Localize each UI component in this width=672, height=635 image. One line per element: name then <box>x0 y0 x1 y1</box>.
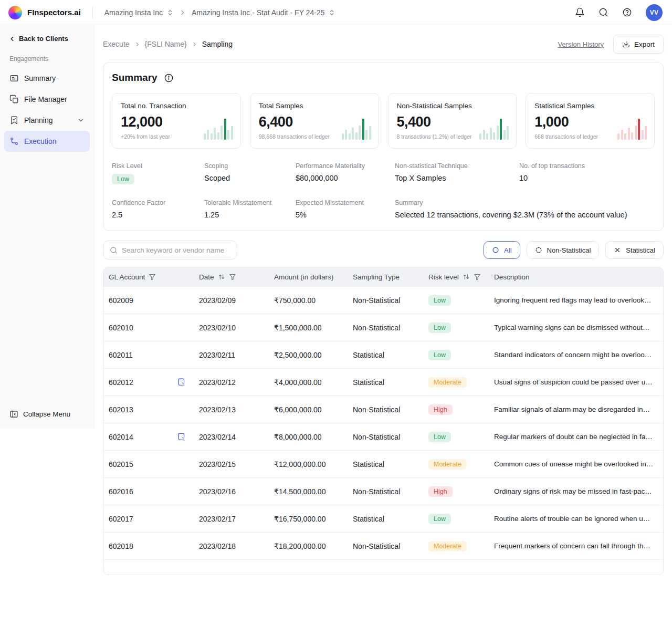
mini-chart-bar <box>369 126 371 140</box>
sidebar-item-label: Planning <box>24 116 53 124</box>
mini-chart-bar <box>645 126 647 140</box>
info-icon[interactable] <box>164 73 174 83</box>
mini-chart-bar <box>217 132 219 140</box>
table-column-header[interactable]: GL Account <box>103 273 194 281</box>
meta-field-label: Non-statistical Technique <box>395 162 519 170</box>
table-column-header[interactable]: Risk level <box>423 273 489 281</box>
risk-level-badge: Moderate <box>428 459 467 470</box>
collapse-menu-button[interactable]: Collapse Menu <box>4 407 90 422</box>
filter-pill-label: Non-Statistical <box>547 246 591 254</box>
sampling-type-value: Non-Statistical <box>348 542 423 550</box>
back-to-clients-button[interactable]: Back to Clients <box>4 33 90 45</box>
meta-field: Scoping Scoped <box>204 162 296 184</box>
sidebar-item-planning[interactable]: Planning <box>4 110 90 131</box>
mini-chart-bar <box>231 126 233 140</box>
sampling-type-value: Statistical <box>348 378 423 387</box>
table-empty-row <box>103 559 663 575</box>
mini-chart-bar <box>207 130 209 140</box>
meta-field-value: Scoped <box>204 174 296 182</box>
stat-card-label: Total no. Transaction <box>121 102 232 110</box>
mini-chart-bar <box>483 130 485 140</box>
sort-icon[interactable] <box>218 273 225 280</box>
breadcrumb-execute[interactable]: Execute <box>103 40 130 48</box>
table-row[interactable]: 602010 2023/02/10 ₹1,500,000.00 Non-Stat… <box>103 314 663 341</box>
gl-account-value: 602018 <box>109 542 133 550</box>
mini-chart-bar <box>617 133 620 140</box>
table-row[interactable]: 602009 2023/02/09 ₹750,000.00 Non-Statis… <box>103 286 663 314</box>
table-row[interactable]: 602012 2023/02/12 ₹4,000,000.00 Statisti… <box>103 368 663 395</box>
filter-funnel-icon[interactable] <box>149 273 156 280</box>
mini-chart-bar <box>493 132 495 140</box>
sampling-type-value: Non-Statistical <box>348 487 423 496</box>
filter-pill-label: Statistical <box>626 246 655 254</box>
note-cursor-icon[interactable] <box>177 378 186 387</box>
meta-field: Expected Misstatement 5% <box>296 199 395 219</box>
meta-field: Tolerable Misstatement 1.25 <box>204 199 296 219</box>
risk-level-badge: Low <box>428 295 451 306</box>
engagement-selector[interactable]: Amazing Insta Inc - Stat Audit - FY 24-2… <box>192 8 335 17</box>
table-row[interactable]: 602011 2023/02/11 ₹2,500,000.00 Statisti… <box>103 341 663 368</box>
sidebar-item-file-manager[interactable]: File Manager <box>4 89 90 110</box>
filter-pill-all[interactable]: All <box>484 241 520 259</box>
table-row[interactable]: 602013 2023/02/13 ₹6,000,000.00 Non-Stat… <box>103 395 663 423</box>
table-row[interactable]: 602016 2023/02/16 ₹14,500,000.00 Non-Sta… <box>103 477 663 505</box>
context-breadcrumb: Amazing Insta Inc Amazing Insta Inc - St… <box>104 8 336 17</box>
amount-value: ₹16,750,000.00 <box>269 515 348 523</box>
client-selector[interactable]: Amazing Insta Inc <box>104 8 174 17</box>
table-column-header[interactable]: Sampling Type <box>348 273 423 281</box>
user-avatar[interactable]: VV <box>646 4 663 21</box>
filter-pill-statistical[interactable]: Statistical <box>605 241 664 259</box>
gl-account-value: 602017 <box>109 515 133 523</box>
back-to-clients-label: Back to Clients <box>19 35 68 43</box>
sidebar-item-execution[interactable]: Execution <box>4 131 90 152</box>
help-icon[interactable] <box>622 7 632 17</box>
table-column-header[interactable]: Date <box>194 273 269 281</box>
mini-chart-bar <box>500 119 502 140</box>
note-cursor-icon[interactable] <box>177 432 186 442</box>
mini-chart-bar <box>628 128 630 140</box>
chevron-right-icon <box>179 9 186 16</box>
filter-funnel-icon[interactable] <box>229 273 236 280</box>
table-column-header[interactable]: Amount (in dollars) <box>269 273 348 281</box>
meta-field-label: Expected Misstatement <box>296 199 395 206</box>
brand-logo-icon <box>8 6 22 19</box>
version-history-link[interactable]: Version History <box>558 40 604 48</box>
meta-field-value: 5% <box>296 211 395 219</box>
meta-field: Summary Selected 12 transactions, coveri… <box>395 199 655 219</box>
stat-card: Statistical Samples 1,000 668 transactio… <box>526 93 655 149</box>
amount-value: ₹4,000,000.00 <box>269 378 348 387</box>
mini-chart-bar <box>224 119 226 140</box>
amount-value: ₹750,000.00 <box>269 296 348 305</box>
meta-field-label: Scoping <box>204 162 296 170</box>
table-row[interactable]: 602014 2023/02/14 ₹8,000,000.00 Non-Stat… <box>103 423 663 450</box>
meta-field-label: Risk Level <box>112 162 204 170</box>
amount-value: ₹2,500,000.00 <box>269 351 348 359</box>
sort-icon[interactable] <box>463 273 470 280</box>
search-icon[interactable] <box>598 7 608 17</box>
table-row[interactable]: 602018 2023/02/18 ₹18,200,000.00 Non-Sta… <box>103 532 663 559</box>
risk-level-badge: Moderate <box>428 541 467 551</box>
description-value: Frequent markers of concern can fall thr… <box>489 542 663 550</box>
sidebar-item-summary[interactable]: Summary <box>4 68 90 89</box>
table-column-header[interactable]: Description <box>489 273 663 281</box>
risk-level-badge: Moderate <box>428 377 467 388</box>
meta-field-label: Confidence Factor <box>112 199 204 206</box>
table-row[interactable]: 602015 2023/02/15 ₹12,000,000.00 Statist… <box>103 450 663 477</box>
mini-bar-chart <box>617 119 647 140</box>
meta-field-label: No. of top transactions <box>519 162 655 170</box>
meta-field-value: Low <box>112 174 204 184</box>
search-input[interactable] <box>122 246 230 254</box>
meta-field-label: Tolerable Misstatement <box>204 199 296 206</box>
gl-account-value: 602011 <box>109 351 133 359</box>
stat-card-label: Non-Statistical Samples <box>397 102 508 110</box>
description-value: Typical warning signs can be dismissed w… <box>489 324 663 331</box>
export-button[interactable]: Export <box>613 35 664 54</box>
brand-name: FInspectors.ai <box>27 8 81 17</box>
filter-pill-non-statistical[interactable]: Non-Statistical <box>527 241 600 259</box>
date-value: 2023/02/11 <box>194 351 269 359</box>
notifications-bell-icon[interactable] <box>575 7 585 17</box>
breadcrumb-fsli-name[interactable]: {FSLI Name} <box>145 40 187 48</box>
filter-funnel-icon[interactable] <box>474 273 481 280</box>
table-row[interactable]: 602017 2023/02/17 ₹16,750,000.00 Statist… <box>103 505 663 532</box>
date-value: 2023/02/14 <box>194 433 269 441</box>
